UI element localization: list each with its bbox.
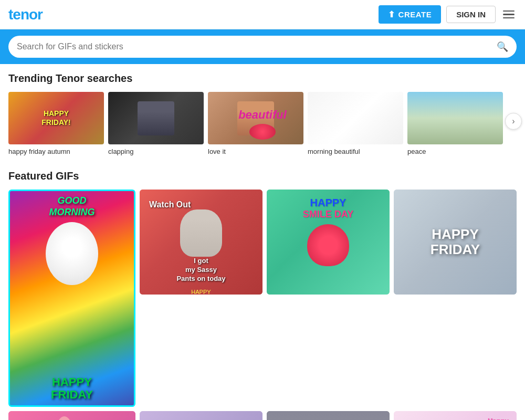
header-actions: ⬆ CREATE SIGN IN (379, 5, 517, 24)
featured-title: Featured GIFs (8, 170, 517, 182)
search-icon: 🔍 (497, 41, 508, 52)
featured-row2: HAPPY FRIDAY!!! (8, 411, 517, 420)
gif-item[interactable]: GOODMORNING HAPPYFRIDAY (8, 190, 135, 407)
gif-overlay-happy-friday-white: HAPPYFRIDAY (430, 227, 480, 257)
gif-overlay-cat-bottom: I gotmy SassyPants on today (145, 257, 257, 284)
search-input[interactable] (17, 42, 497, 51)
trending-section: Trending Tenor searches HAPPYFRIDAY! hap… (8, 72, 517, 155)
featured-section: Featured GIFs GOODMORNING HAPPYFRIDAY (8, 170, 517, 420)
menu-button[interactable] (501, 8, 517, 21)
gif-item[interactable]: HAPPY FRIDAY!!! (8, 411, 135, 420)
menu-line (503, 17, 514, 19)
gif-overlay-happy-smile: HAPPY (310, 197, 346, 209)
gif-item[interactable] (267, 411, 390, 420)
gif-overlay-good-morning: GOODMORNING (49, 195, 95, 218)
tenor-logo[interactable]: tenor (8, 6, 43, 23)
menu-line (503, 10, 514, 12)
menu-line (503, 14, 514, 15)
gif-item[interactable]: HappyFridayWishingyou ahappyFRIDAYand a (394, 411, 517, 420)
signin-button[interactable]: SIGN IN (446, 6, 496, 23)
trending-item[interactable]: beautiful morning beautiful (308, 92, 403, 155)
trending-items: HAPPYFRIDAY! happy friday autumn clappin… (8, 92, 517, 155)
main-content: Trending Tenor searches HAPPYFRIDAY! hap… (0, 64, 525, 420)
trending-row: HAPPYFRIDAY! happy friday autumn clappin… (8, 92, 517, 155)
gif-item[interactable]: Watch Out I gotmy SassyPants on today HA… (140, 190, 262, 295)
gif-overlay-flowers-text: HappyFridayWishingyou ahappyFRIDAYand a (485, 416, 511, 420)
create-button[interactable]: ⬆ CREATE (379, 5, 441, 24)
chevron-right-icon: › (512, 117, 514, 126)
search-bar: 🔍 (0, 29, 525, 64)
gif-overlay-happy-friday: HAPPYFRIDAY (51, 376, 93, 401)
gif-item[interactable]: HAPPYFRIDAY (394, 190, 517, 295)
search-button[interactable]: 🔍 (497, 41, 508, 52)
upload-icon: ⬆ (388, 9, 395, 19)
trending-next-button[interactable]: › (505, 113, 522, 130)
trending-thumb: beautiful (308, 92, 403, 144)
featured-grid: GOODMORNING HAPPYFRIDAY Watch Out (8, 190, 517, 407)
search-container: 🔍 (8, 36, 517, 58)
gif-overlay-smile-day: SMILE DAY (303, 209, 353, 220)
header: tenor ⬆ CREATE SIGN IN (0, 0, 525, 29)
trending-title: Trending Tenor searches (8, 72, 517, 85)
gif-item[interactable] (140, 411, 262, 420)
gif-overlay-watch-out: Watch Out (149, 200, 191, 209)
gif-item[interactable]: HAPPY SMILE DAY (267, 190, 390, 295)
create-label: CREATE (398, 10, 432, 19)
